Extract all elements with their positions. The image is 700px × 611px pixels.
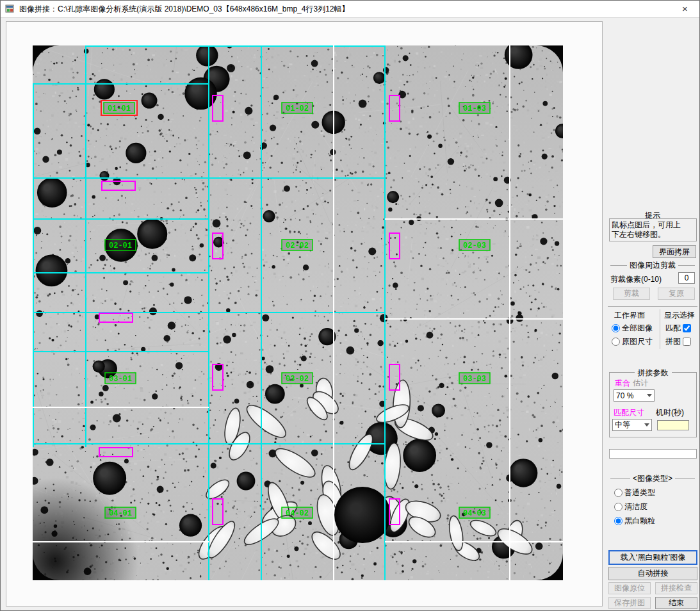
divider (608, 306, 697, 307)
radio-all-images[interactable]: 全部图像 (612, 323, 653, 334)
display-select-header: 显示选择 (664, 310, 695, 321)
radio-original-size-input[interactable] (612, 338, 620, 346)
checkbox-mosaic[interactable]: 拼图 (665, 336, 691, 347)
screen-capture-button[interactable]: 界面拷屏 (653, 245, 696, 258)
app-icon (5, 4, 15, 14)
time-label: 机时(秒) (656, 407, 684, 418)
stitch-params-group: 拼接参数 重合 估计 70 % 匹配尺寸 机时(秒) 中等 (609, 372, 697, 437)
radio-type-bw[interactable]: 黑白颗粒 (614, 516, 655, 526)
checkbox-mosaic-input[interactable] (683, 338, 691, 346)
match-size-combobox[interactable]: 中等 (612, 419, 652, 431)
hint-line2: 下左右键移图。 (612, 230, 694, 240)
match-size-label: 匹配尺寸 (614, 407, 644, 418)
stitch-check-button[interactable]: 拼接检查 (655, 582, 697, 594)
overlap-label: 重合 (615, 378, 630, 389)
close-button[interactable]: × (671, 1, 699, 17)
radio-type-clean[interactable]: 清洁度 (614, 501, 647, 512)
stitch-params-title: 拼接参数 (635, 368, 672, 379)
overlap-label-2: 估计 (633, 378, 648, 389)
radio-all-images-input[interactable] (612, 324, 620, 332)
app-window: 图像拼接：C:\孔隙率图像分析系统(演示版 2018)\DEMO_03【648x… (0, 0, 700, 611)
overlap-combobox[interactable]: 70 % (614, 389, 655, 402)
hint-box: 鼠标点图后，可用上 下左右键移图。 (609, 218, 697, 241)
crop-button[interactable]: 剪裁 (613, 288, 650, 300)
radio-type-normal-input[interactable] (614, 489, 623, 497)
image-type-title: <图像类型> (608, 473, 697, 484)
radio-type-clean-input[interactable] (614, 503, 623, 511)
restore-button[interactable]: 复原 (658, 288, 695, 300)
radio-type-normal[interactable]: 普通类型 (614, 487, 655, 498)
radio-type-bw-input[interactable] (614, 517, 623, 525)
radio-original-size[interactable]: 原图尺寸 (612, 336, 653, 347)
auto-stitch-button[interactable]: 自动拼接 (608, 567, 697, 580)
hint-line1: 鼠标点图后，可用上 (612, 220, 694, 230)
window-title: 图像拼接：C:\孔隙率图像分析系统(演示版 2018)\DEMO_03【648x… (19, 4, 349, 15)
save-stitch-button[interactable]: 保存拼图 (608, 597, 651, 609)
chevron-down-icon (647, 394, 652, 397)
chevron-down-icon (644, 423, 649, 427)
title-bar: 图像拼接：C:\孔隙率图像分析系统(演示版 2018)\DEMO_03【648x… (1, 1, 699, 18)
image-reset-button[interactable]: 图像原位 (608, 582, 651, 594)
work-interface-header: 工作界面 (614, 310, 645, 321)
checkbox-match[interactable]: 匹配 (665, 323, 691, 334)
load-bw-image-button[interactable]: 载入‘黑白颗粒’图像 (608, 550, 697, 565)
end-button[interactable]: 结束 (655, 597, 697, 609)
divider (660, 309, 660, 349)
status-box (609, 449, 697, 459)
crop-pixels-label: 剪裁像素(0-10) (610, 274, 662, 285)
checkbox-match-input[interactable] (683, 324, 691, 332)
crop-section-title: 图像周边剪裁 (608, 260, 697, 271)
crop-pixels-input[interactable] (678, 272, 695, 284)
time-input[interactable] (657, 420, 689, 430)
mosaic-image[interactable] (33, 45, 563, 580)
